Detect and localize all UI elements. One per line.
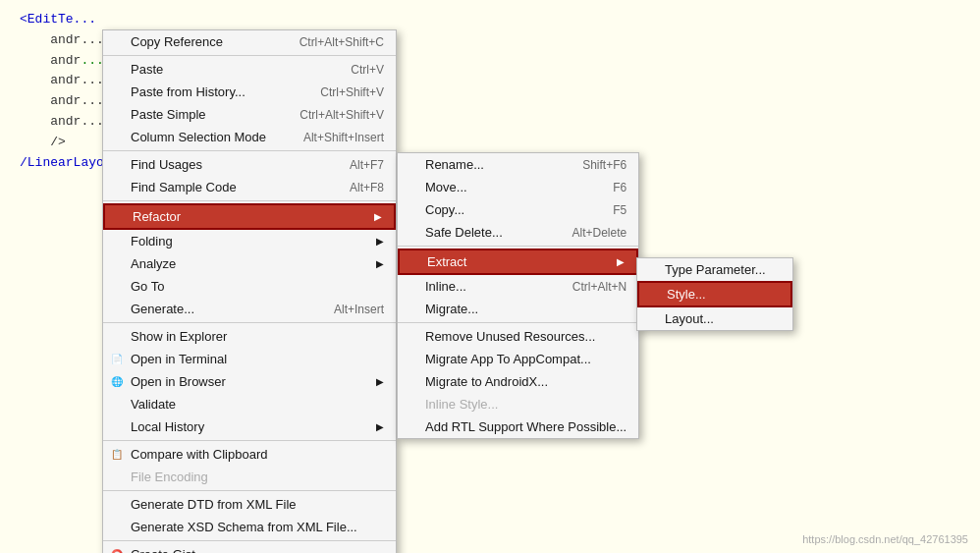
submenu-refactor-sep-2	[398, 322, 638, 323]
submenu-refactor-move[interactable]: Move... F6	[398, 176, 638, 198]
menu-item-folding[interactable]: Folding ▶	[103, 230, 396, 252]
menu-item-paste[interactable]: Paste Ctrl+V	[103, 58, 396, 81]
menu-item-column-selection[interactable]: Column Selection Mode Alt+Shift+Insert	[103, 126, 396, 148]
menu-item-find-sample[interactable]: Find Sample Code Alt+F8	[103, 176, 396, 198]
menu-separator-7	[103, 540, 396, 541]
submenu-refactor-migrate-androidx[interactable]: Migrate to AndroidX...	[398, 370, 638, 393]
menu-item-paste-history[interactable]: Paste from History... Ctrl+Shift+V	[103, 81, 396, 103]
menu-item-local-history[interactable]: Local History ▶	[103, 415, 396, 438]
menu-item-analyze[interactable]: Analyze ▶	[103, 252, 396, 275]
menu-item-copy-reference[interactable]: Copy Reference Ctrl+Alt+Shift+C	[103, 30, 396, 53]
menu-item-refactor[interactable]: Refactor ▶	[103, 203, 396, 230]
submenu-refactor-add-rtl[interactable]: Add RTL Support Where Possible...	[398, 415, 638, 438]
menu-item-generate-dtd[interactable]: Generate DTD from XML File	[103, 493, 396, 516]
submenu-refactor-extract[interactable]: Extract ▶	[398, 249, 638, 275]
menu-item-show-explorer[interactable]: Show in Explorer	[103, 325, 396, 348]
submenu-refactor-safe-delete[interactable]: Safe Delete... Alt+Delete	[398, 221, 638, 244]
submenu-refactor-inline[interactable]: Inline... Ctrl+Alt+N	[398, 275, 638, 298]
menu-item-generate-xsd[interactable]: Generate XSD Schema from XML File...	[103, 516, 396, 538]
submenu-refactor-remove-unused[interactable]: Remove Unused Resources...	[398, 325, 638, 348]
menu-separator-1	[103, 55, 396, 56]
menu-separator-6	[103, 490, 396, 491]
menu-item-paste-simple[interactable]: Paste Simple Ctrl+Alt+Shift+V	[103, 103, 396, 126]
submenu-refactor-migrate[interactable]: Migrate...	[398, 298, 638, 320]
menu-separator-3	[103, 200, 396, 201]
menu-item-open-terminal[interactable]: 📄 Open in Terminal	[103, 348, 396, 370]
menu-item-generate[interactable]: Generate... Alt+Insert	[103, 298, 396, 320]
menu-separator-4	[103, 322, 396, 323]
submenu-extract-type-param[interactable]: Type Parameter...	[637, 258, 792, 281]
menu-item-validate[interactable]: Validate	[103, 393, 396, 415]
submenu-refactor-rename[interactable]: Rename... Shift+F6	[398, 153, 638, 176]
menu-item-open-browser[interactable]: 🌐 Open in Browser ▶	[103, 370, 396, 393]
submenu-extract: Type Parameter... Style... Layout...	[636, 257, 793, 331]
menu-item-create-gist[interactable]: ⭕ Create Gist...	[103, 543, 396, 553]
menu-item-file-encoding[interactable]: File Encoding	[103, 466, 396, 488]
menu-separator-5	[103, 440, 396, 441]
clipboard-icon: 📋	[111, 449, 123, 460]
menu-item-find-usages[interactable]: Find Usages Alt+F7	[103, 153, 396, 176]
terminal-icon: 📄	[111, 354, 123, 364]
submenu-refactor-copy[interactable]: Copy... F5	[398, 198, 638, 221]
submenu-extract-style[interactable]: Style...	[637, 281, 792, 307]
watermark: https://blog.csdn.net/qq_42761395	[802, 533, 968, 545]
submenu-refactor-inline-style[interactable]: Inline Style...	[398, 393, 638, 415]
submenu-refactor-sep-1	[398, 246, 638, 247]
menu-separator-2	[103, 150, 396, 151]
submenu-refactor: Rename... Shift+F6 Move... F6 Copy... F5…	[397, 152, 639, 439]
editor-line-1: <EditTe...	[20, 12, 96, 27]
context-menu: Copy Reference Ctrl+Alt+Shift+C Paste Ct…	[102, 29, 397, 553]
menu-item-compare-clipboard[interactable]: 📋 Compare with Clipboard	[103, 443, 396, 466]
github-icon: ⭕	[111, 549, 123, 553]
submenu-refactor-migrate-appcompat[interactable]: Migrate App To AppCompat...	[398, 348, 638, 370]
menu-item-goto[interactable]: Go To	[103, 275, 396, 298]
submenu-extract-layout[interactable]: Layout...	[637, 307, 792, 330]
globe-icon: 🌐	[111, 376, 123, 387]
